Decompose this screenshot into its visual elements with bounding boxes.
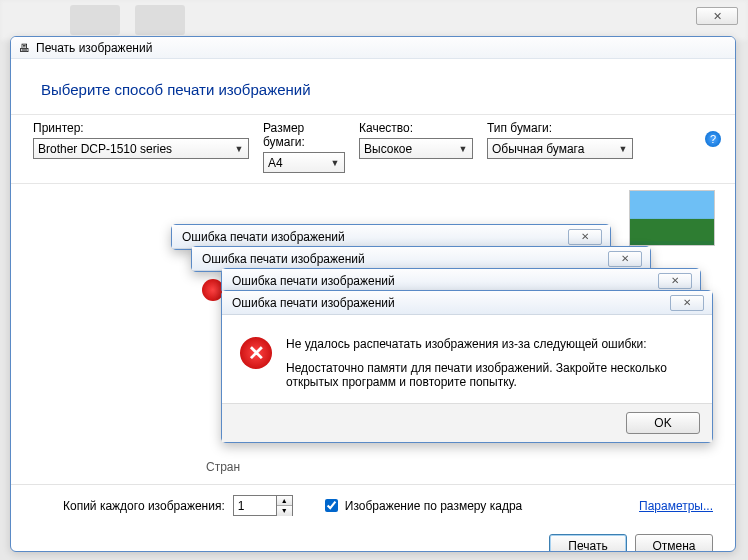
printer-icon: 🖶 bbox=[17, 41, 31, 55]
options-link[interactable]: Параметры... bbox=[639, 499, 713, 513]
spinner-up[interactable]: ▲ bbox=[277, 496, 292, 506]
copies-bar: Копий каждого изображения: ▲ ▼ Изображен… bbox=[11, 484, 735, 526]
printer-label: Принтер: bbox=[33, 121, 249, 135]
action-bar: Печать Отмена bbox=[11, 526, 735, 552]
dialog-close-button[interactable]: ✕ bbox=[670, 295, 704, 311]
chevron-down-icon: ▼ bbox=[618, 144, 628, 154]
paper-size-label: Размер бумаги: bbox=[263, 121, 345, 149]
quality-value: Высокое bbox=[364, 142, 412, 156]
printer-select[interactable]: Brother DCP-1510 series ▼ bbox=[33, 138, 249, 159]
paper-type-value: Обычная бумага bbox=[492, 142, 584, 156]
background-window-close[interactable]: ✕ bbox=[696, 7, 738, 25]
dialog-title: Ошибка печати изображений bbox=[232, 296, 395, 310]
paper-size-value: A4 bbox=[268, 156, 283, 170]
copies-spinner[interactable]: ▲ ▼ bbox=[233, 495, 293, 516]
print-pictures-window: 🖶 Печать изображений Выберите способ печ… bbox=[10, 36, 736, 552]
desktop-icon bbox=[70, 5, 120, 35]
paper-type-select[interactable]: Обычная бумага ▼ bbox=[487, 138, 633, 159]
copies-input[interactable] bbox=[233, 495, 277, 516]
chevron-down-icon: ▼ bbox=[458, 144, 468, 154]
chevron-down-icon: ▼ bbox=[234, 144, 244, 154]
quality-label: Качество: bbox=[359, 121, 473, 135]
copies-label: Копий каждого изображения: bbox=[63, 499, 225, 513]
preview-area: Ошибка печати изображений ✕ Ошибка печат… bbox=[11, 184, 735, 484]
chevron-down-icon: ▼ bbox=[330, 158, 340, 168]
fit-frame-input[interactable] bbox=[325, 499, 338, 512]
titlebar: 🖶 Печать изображений bbox=[11, 37, 735, 59]
desktop-icon bbox=[135, 5, 185, 35]
error-dialog-topmost: Ошибка печати изображений ✕ ✕ Не удалось… bbox=[221, 290, 713, 443]
error-icon: ✕ bbox=[240, 337, 272, 369]
pages-label: Стран bbox=[206, 460, 240, 474]
dialog-close-button[interactable]: ✕ bbox=[658, 273, 692, 289]
layout-thumbnail[interactable] bbox=[629, 190, 715, 246]
quality-select[interactable]: Высокое ▼ bbox=[359, 138, 473, 159]
page-header: Выберите способ печати изображений bbox=[11, 59, 735, 114]
paper-size-select[interactable]: A4 ▼ bbox=[263, 152, 345, 173]
window-title: Печать изображений bbox=[36, 41, 152, 55]
dialog-close-button[interactable]: ✕ bbox=[608, 251, 642, 267]
dialog-close-button[interactable]: ✕ bbox=[568, 229, 602, 245]
printer-value: Brother DCP-1510 series bbox=[38, 142, 172, 156]
spinner-down[interactable]: ▼ bbox=[277, 506, 292, 516]
print-options-bar: Принтер: Brother DCP-1510 series ▼ Разме… bbox=[11, 114, 735, 184]
dialog-title: Ошибка печати изображений bbox=[202, 252, 365, 266]
help-icon[interactable]: ? bbox=[705, 131, 721, 147]
error-message-line2: Недостаточно памяти для печати изображен… bbox=[286, 361, 667, 389]
fit-frame-label: Изображение по размеру кадра bbox=[345, 499, 522, 513]
ok-button[interactable]: OK bbox=[626, 412, 700, 434]
dialog-title: Ошибка печати изображений bbox=[232, 274, 395, 288]
fit-frame-checkbox[interactable]: Изображение по размеру кадра bbox=[321, 496, 522, 515]
error-message-line1: Не удалось распечатать изображения из-за… bbox=[286, 337, 694, 351]
dialog-title: Ошибка печати изображений bbox=[182, 230, 345, 244]
print-button[interactable]: Печать bbox=[549, 534, 627, 552]
cancel-button[interactable]: Отмена bbox=[635, 534, 713, 552]
paper-type-label: Тип бумаги: bbox=[487, 121, 633, 135]
